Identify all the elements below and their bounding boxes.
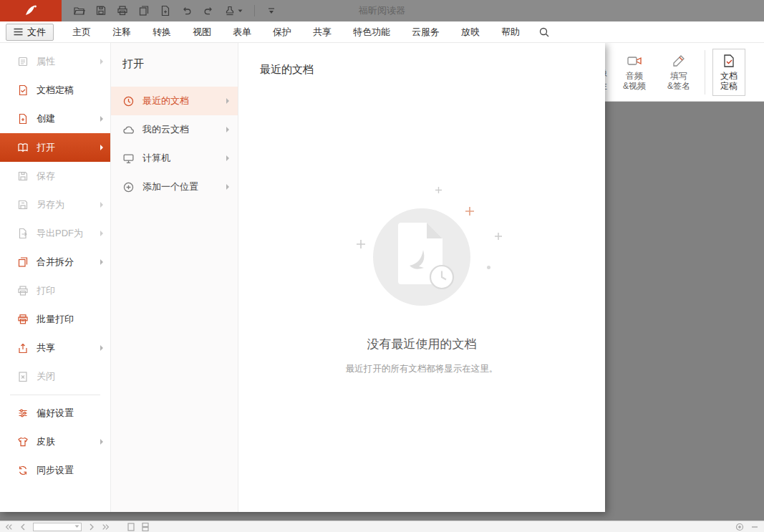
file-backstage-menu: 属性 文档定稿 创建 打开 保存 另存为 导出PDF为	[0, 43, 605, 512]
tab-protect[interactable]: 保护	[273, 26, 291, 39]
submenu-arrow-icon	[100, 59, 103, 64]
content-title: 最近的文档	[260, 63, 584, 77]
sidebar-item-doc-finalize[interactable]: 文档定稿	[0, 76, 110, 105]
last-page-icon[interactable]	[102, 523, 110, 531]
ribbon-tabs: 主页 注释 转换 视图 表单 保护 共享 特色功能 云服务 放映 帮助	[72, 26, 520, 39]
page-layout-continuous-icon[interactable]	[142, 523, 149, 531]
doc-finalize-icon	[17, 84, 29, 96]
ribbon-item-doc-finalize[interactable]: 文档 定稿	[712, 49, 745, 96]
audio-video-icon	[627, 54, 642, 68]
sidebar-item-share[interactable]: 共享	[0, 334, 110, 362]
prev-page-icon[interactable]	[20, 523, 26, 531]
sidebar-item-properties[interactable]: 属性	[0, 47, 110, 76]
foxit-logo-icon[interactable]	[0, 0, 62, 21]
open-item-cloud-documents[interactable]: 我的云文档	[111, 115, 238, 144]
save-icon[interactable]	[95, 5, 107, 16]
page-layout-icon[interactable]	[127, 523, 135, 531]
sparkle-plus-icon	[435, 187, 442, 193]
submenu-arrow-icon	[226, 127, 229, 132]
ribbon-item-audio-video[interactable]: 音频 &视频	[616, 54, 653, 91]
sidebar-item-export-pdf[interactable]: 导出PDF为	[0, 219, 110, 248]
tab-features[interactable]: 特色功能	[353, 26, 390, 39]
zoom-indicator-icon[interactable]	[735, 523, 744, 531]
tab-share[interactable]: 共享	[313, 26, 332, 39]
sync-icon	[17, 465, 29, 476]
preferences-icon	[17, 407, 29, 419]
page-number-input[interactable]	[33, 523, 82, 531]
sidebar-item-print[interactable]: 打印	[0, 276, 110, 305]
sidebar-item-save[interactable]: 保存	[0, 162, 110, 190]
sidebar-item-save-as[interactable]: 另存为	[0, 190, 110, 219]
hamburger-icon	[14, 28, 23, 36]
sparkle-plus-icon	[495, 233, 502, 240]
file-menu-button[interactable]: 文件	[6, 24, 54, 41]
tab-help[interactable]: 帮助	[501, 26, 520, 39]
submenu-arrow-icon	[100, 231, 103, 236]
sidebar-item-open[interactable]: 打开	[0, 133, 110, 162]
next-page-icon[interactable]	[89, 523, 95, 531]
submenu-arrow-icon	[100, 439, 103, 445]
submenu-arrow-icon	[100, 145, 103, 150]
sidebar-item-create[interactable]: 创建	[0, 105, 110, 133]
tab-form[interactable]: 表单	[233, 26, 251, 39]
search-icon[interactable]	[538, 26, 550, 38]
file-menu-label: 文件	[27, 26, 46, 39]
save-as-icon	[17, 199, 29, 211]
empty-state-title: 没有最近使用的文档	[260, 336, 584, 352]
tab-comment[interactable]: 注释	[112, 26, 131, 39]
properties-icon	[17, 56, 29, 67]
save-icon	[17, 170, 29, 182]
open-item-recent-documents[interactable]: 最近的文档	[111, 87, 238, 115]
statusbar	[0, 521, 764, 532]
printer-icon	[17, 285, 29, 296]
tab-convert[interactable]: 转换	[153, 26, 171, 39]
zoom-out-icon[interactable]	[751, 523, 758, 531]
copy-file-icon[interactable]	[138, 5, 150, 16]
menubar: 文件 主页 注释 转换 视图 表单 保护 共享 特色功能 云服务 放映 帮助	[0, 21, 764, 43]
new-file-icon[interactable]	[160, 5, 171, 16]
finalize-doc-icon	[722, 54, 736, 68]
submenu-arrow-icon	[226, 155, 229, 161]
submenu-arrow-icon	[100, 259, 103, 265]
submenu-arrow-icon	[226, 98, 229, 104]
batch-print-icon	[17, 314, 29, 325]
print-icon[interactable]	[117, 5, 128, 16]
toolbar-divider	[254, 5, 255, 16]
ribbon-item-fill-sign[interactable]: 填写 &签名	[660, 54, 697, 91]
tab-cloud[interactable]: 云服务	[412, 26, 440, 39]
sidebar-item-combine-split[interactable]: 合并拆分	[0, 248, 110, 276]
submenu-arrow-icon	[226, 184, 229, 190]
backstage-sidebar: 属性 文档定稿 创建 打开 保存 另存为 导出PDF为	[0, 43, 111, 512]
empty-docs-illustration	[325, 185, 518, 329]
sidebar-separator	[10, 395, 100, 395]
open-panel: 打开 最近的文档 我的云文档 计算机 添加一个位置	[111, 43, 238, 512]
undo-icon[interactable]	[181, 5, 193, 16]
submenu-arrow-icon	[100, 345, 103, 351]
empty-circle-graphic	[325, 185, 518, 329]
quick-access-customize-icon[interactable]	[266, 6, 276, 16]
stamp-tool-icon[interactable]	[224, 5, 243, 16]
clock-icon	[122, 95, 135, 107]
sidebar-item-skin[interactable]: 皮肤	[0, 427, 110, 456]
first-page-icon[interactable]	[4, 523, 13, 531]
submenu-arrow-icon	[100, 116, 103, 122]
recent-documents-content: 最近的文档 没有最近使用的文档 最近打开的所有文档都将显示在这里。	[238, 43, 605, 512]
tab-home[interactable]: 主页	[72, 26, 91, 39]
sidebar-item-batch-print[interactable]: 批量打印	[0, 305, 110, 334]
cloud-icon	[122, 124, 135, 136]
open-book-icon	[17, 142, 29, 153]
tab-view[interactable]: 视图	[193, 26, 211, 39]
combine-split-icon	[17, 256, 29, 268]
close-doc-icon	[17, 371, 29, 382]
tab-present[interactable]: 放映	[461, 26, 480, 39]
sidebar-item-preferences[interactable]: 偏好设置	[0, 399, 110, 427]
sparkle-plus-icon	[357, 240, 365, 248]
sidebar-item-close[interactable]: 关闭	[0, 362, 110, 391]
fill-sign-icon	[672, 54, 686, 68]
skin-icon	[17, 436, 29, 448]
sidebar-item-sync-settings[interactable]: 同步设置	[0, 456, 110, 485]
open-item-add-place[interactable]: 添加一个位置	[111, 173, 238, 201]
open-folder-icon[interactable]	[73, 5, 85, 16]
redo-icon[interactable]	[203, 5, 214, 16]
open-item-computer[interactable]: 计算机	[111, 144, 238, 173]
